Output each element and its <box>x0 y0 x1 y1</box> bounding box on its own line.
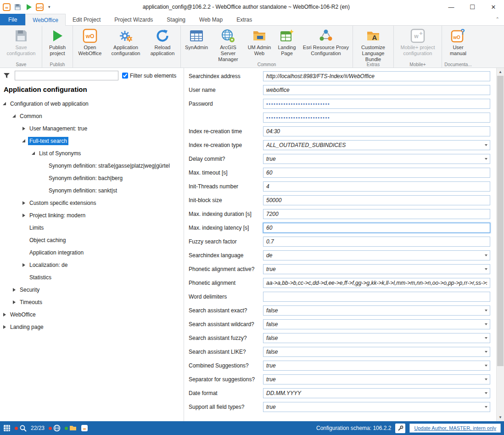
combined-suggestions-select[interactable] <box>263 361 490 371</box>
tree-item[interactable]: Common <box>0 110 184 122</box>
tree-item[interactable]: List of Synonyms <box>0 147 184 159</box>
quick-access-customize-icon[interactable]: ▾ <box>47 5 52 9</box>
max-timeout-input[interactable] <box>263 168 490 178</box>
reload-application-button[interactable]: Reload application <box>146 27 179 61</box>
vertical-scrollbar[interactable]: ▲ ▼ <box>496 68 504 421</box>
mobile-project-configuration-button[interactable]: w+ Mobile+ project configuration <box>395 27 441 61</box>
word-delimiters-input[interactable] <box>263 292 490 302</box>
password-confirm-input[interactable] <box>263 113 490 123</box>
search-assistant-wildcard-select[interactable] <box>263 319 490 329</box>
tree-item[interactable]: Synonym definition: straße|gasse|platz|w… <box>0 159 184 172</box>
tree-item[interactable]: Custom specific extensions <box>0 197 184 209</box>
synadmin-button[interactable]: SynAdmin <box>182 27 211 61</box>
date-format-select[interactable] <box>263 388 490 398</box>
tree-expander-icon[interactable] <box>13 300 16 304</box>
tree-item[interactable]: Landing page <box>0 321 184 333</box>
tree-expander-icon[interactable] <box>12 114 16 118</box>
dropdown-arrow-icon[interactable] <box>482 306 490 315</box>
tree-expander-icon[interactable] <box>22 214 25 217</box>
tab-staging[interactable]: Staging <box>160 14 192 25</box>
password-input[interactable] <box>263 99 490 109</box>
tab-extras[interactable]: Extras <box>230 14 259 25</box>
tree-expander-icon[interactable] <box>13 288 16 292</box>
searchindex-language-select[interactable] <box>263 250 490 260</box>
max-indexing-duration-input[interactable] <box>263 209 490 219</box>
tree-item[interactable]: Statistics <box>0 271 184 283</box>
tree-expander-icon[interactable] <box>3 313 6 316</box>
tree-item[interactable]: Application integration <box>0 246 184 259</box>
filter-input[interactable] <box>15 71 118 80</box>
tree-expander-icon[interactable] <box>3 102 6 105</box>
save-configuration-button[interactable]: Save configuration <box>1 27 41 61</box>
tab-weboffice[interactable]: WebOffice <box>25 14 66 26</box>
scrollbar-thumb[interactable] <box>497 76 504 366</box>
dropdown-arrow-icon[interactable] <box>482 402 490 412</box>
fuzzy-search-factor-input[interactable] <box>263 237 490 247</box>
tree-item[interactable]: Limits <box>0 221 184 234</box>
update-author-button[interactable]: Update Author, MASTER, intern only <box>409 424 501 433</box>
weboffice-icon[interactable]: wO <box>36 3 44 11</box>
esri-resource-proxy-button[interactable]: Esri Resource Proxy Configuration <box>300 27 352 61</box>
dropdown-arrow-icon[interactable] <box>482 375 490 384</box>
dropdown-arrow-icon[interactable] <box>482 389 490 398</box>
dropdown-arrow-icon[interactable] <box>482 361 490 370</box>
max-indexing-latency-input[interactable] <box>263 223 490 233</box>
delay-commit-select[interactable] <box>263 154 490 164</box>
search-assistant-like-select[interactable] <box>263 347 490 357</box>
dropdown-arrow-icon[interactable] <box>482 154 490 164</box>
tree-item[interactable]: Synonym definition: sankt|st <box>0 184 184 197</box>
arcgis-server-manager-button[interactable]: ArcGIS Server Manager <box>211 27 245 61</box>
dropdown-arrow-icon[interactable] <box>482 320 490 329</box>
close-button[interactable]: ✕ <box>483 0 504 14</box>
status-globe-indicator[interactable] <box>49 424 61 432</box>
dropdown-arrow-icon[interactable] <box>482 265 490 274</box>
tree-item[interactable]: User Management: true <box>0 122 184 135</box>
user-manual-button[interactable]: wO? User manual <box>443 27 473 61</box>
maximize-button[interactable]: ☐ <box>462 0 483 14</box>
phonetic-alignment-active-select[interactable] <box>263 264 490 274</box>
tree-item[interactable]: Object caching <box>0 234 184 246</box>
status-database-icon[interactable] <box>3 424 11 432</box>
tree-expander-icon[interactable] <box>22 127 25 130</box>
tree-expander-icon[interactable] <box>22 263 25 267</box>
search-assistant-exact-select[interactable] <box>263 305 490 316</box>
tab-web-map[interactable]: Web Map <box>192 14 230 25</box>
index-recreation-type-select[interactable] <box>263 140 490 150</box>
dropdown-arrow-icon[interactable] <box>482 251 490 260</box>
tree-item[interactable]: Synonym definition: bach|berg <box>0 172 184 184</box>
search-assistant-fuzzy-select[interactable] <box>263 333 490 343</box>
collapse-ribbon-icon[interactable]: ⌃ <box>496 17 499 22</box>
phonetic-alignment-input[interactable] <box>263 278 490 288</box>
status-folder-indicator[interactable] <box>65 424 77 432</box>
tree-item[interactable]: Localization: de <box>0 259 184 271</box>
tree-item[interactable]: Timeouts <box>0 296 184 308</box>
status-weboffice-icon[interactable]: w <box>81 424 88 432</box>
application-configuration-button[interactable]: Application configuration <box>106 27 146 61</box>
user-name-input[interactable] <box>263 85 490 95</box>
tree-item[interactable]: Security <box>0 283 184 296</box>
save-icon[interactable] <box>14 3 22 11</box>
scroll-down-icon[interactable]: ▼ <box>497 413 504 421</box>
status-search-indicator[interactable] <box>15 424 27 432</box>
open-weboffice-button[interactable]: wO Open WebOffice <box>74 27 106 61</box>
separator-for-suggestions-select[interactable] <box>263 374 490 384</box>
tree-item-selected[interactable]: Full-text search <box>0 135 184 147</box>
tree-item[interactable]: Configuration of web application <box>0 97 184 110</box>
filter-sub-elements-checkbox[interactable] <box>122 73 128 79</box>
tree-expander-icon[interactable] <box>22 139 25 142</box>
customize-language-bundle-button[interactable]: A Customize Language Bundle <box>354 27 392 61</box>
tree-expander-icon[interactable] <box>22 201 25 205</box>
tab-edit-project[interactable]: Edit Project <box>66 14 107 25</box>
landing-page-button[interactable]: Landing Page <box>274 27 300 61</box>
publish-project-button[interactable]: Publish project <box>43 27 72 61</box>
dropdown-arrow-icon[interactable] <box>482 333 490 343</box>
tree-item[interactable]: Project linking: modern <box>0 209 184 221</box>
dropdown-arrow-icon[interactable] <box>482 141 490 150</box>
minimize-button[interactable]: — <box>441 0 462 14</box>
tree-expander-icon[interactable] <box>32 152 35 155</box>
dropdown-arrow-icon[interactable] <box>482 347 490 356</box>
scroll-up-icon[interactable]: ▲ <box>497 68 504 76</box>
searchindex-address-input[interactable] <box>263 71 490 81</box>
init-block-size-input[interactable] <box>263 195 490 205</box>
init-threads-number-input[interactable] <box>263 181 490 192</box>
